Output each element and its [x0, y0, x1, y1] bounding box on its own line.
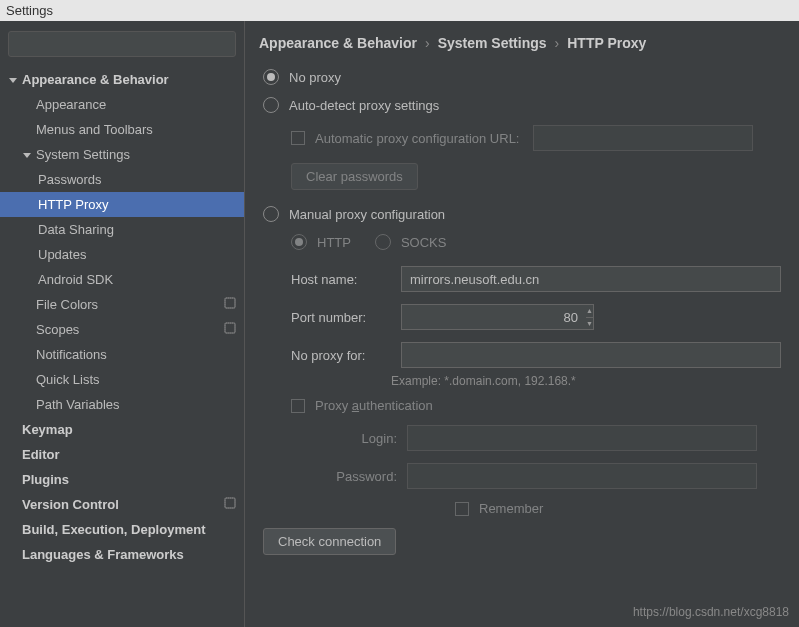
settings-main-panel: Appearance & Behavior › System Settings … — [245, 21, 799, 627]
host-name-label: Host name: — [291, 272, 401, 287]
remember-checkbox[interactable] — [455, 502, 469, 516]
sidebar-item-plugins[interactable]: Plugins — [0, 467, 244, 492]
sidebar-item-system-settings[interactable]: System Settings — [0, 142, 244, 167]
search-input[interactable] — [8, 31, 236, 57]
sidebar-item-label: Build, Execution, Deployment — [22, 522, 236, 537]
socks-label: SOCKS — [401, 235, 447, 250]
svg-rect-4 — [225, 498, 235, 508]
breadcrumb-system-settings[interactable]: System Settings — [438, 35, 547, 51]
window-titlebar: Settings — [0, 0, 799, 21]
no-proxy-for-input[interactable] — [401, 342, 781, 368]
sidebar-item-label: File Colors — [36, 297, 218, 312]
socks-radio[interactable] — [375, 234, 391, 250]
settings-tree: Appearance & BehaviorAppearanceMenus and… — [0, 67, 244, 567]
sidebar-item-label: Data Sharing — [38, 222, 236, 237]
no-proxy-radio[interactable] — [263, 69, 279, 85]
host-name-input[interactable] — [401, 266, 781, 292]
breadcrumb-http-proxy: HTTP Proxy — [567, 35, 646, 51]
sidebar-item-label: System Settings — [36, 147, 236, 162]
chevron-right-icon: › — [425, 35, 430, 51]
caret-down-icon[interactable] — [8, 75, 18, 85]
watermark: https://blog.csdn.net/xcg8818 — [633, 605, 789, 619]
sidebar-item-label: Appearance — [36, 97, 236, 112]
sidebar-item-label: Path Variables — [36, 397, 236, 412]
sidebar-item-keymap[interactable]: Keymap — [0, 417, 244, 442]
svg-rect-3 — [225, 323, 235, 333]
sidebar-item-label: Updates — [38, 247, 236, 262]
port-number-label: Port number: — [291, 310, 401, 325]
svg-rect-0 — [225, 298, 235, 308]
sidebar-item-label: Editor — [22, 447, 236, 462]
no-proxy-for-label: No proxy for: — [291, 348, 401, 363]
sidebar-item-notifications[interactable]: Notifications — [0, 342, 244, 367]
http-radio[interactable] — [291, 234, 307, 250]
sidebar-item-appearance[interactable]: Appearance — [0, 92, 244, 117]
svg-rect-5 — [225, 498, 235, 508]
sidebar-item-label: Quick Lists — [36, 372, 236, 387]
http-label: HTTP — [317, 235, 351, 250]
window-title: Settings — [6, 3, 53, 18]
sidebar-item-passwords[interactable]: Passwords — [0, 167, 244, 192]
auto-url-input[interactable] — [533, 125, 753, 151]
check-connection-button[interactable]: Check connection — [263, 528, 396, 555]
project-scope-icon — [218, 497, 236, 512]
sidebar-item-data-sharing[interactable]: Data Sharing — [0, 217, 244, 242]
sidebar-item-http-proxy[interactable]: HTTP Proxy — [0, 192, 244, 217]
sidebar-item-label: Plugins — [22, 472, 236, 487]
chevron-right-icon: › — [555, 35, 560, 51]
no-proxy-label: No proxy — [289, 70, 341, 85]
sidebar-item-build-execution-deployment[interactable]: Build, Execution, Deployment — [0, 517, 244, 542]
sidebar-item-label: Version Control — [22, 497, 218, 512]
sidebar-item-label: Scopes — [36, 322, 218, 337]
remember-label: Remember — [479, 501, 543, 516]
sidebar-item-appearance-behavior[interactable]: Appearance & Behavior — [0, 67, 244, 92]
svg-rect-1 — [225, 298, 235, 308]
sidebar-item-label: Passwords — [38, 172, 236, 187]
sidebar-item-path-variables[interactable]: Path Variables — [0, 392, 244, 417]
svg-rect-2 — [225, 323, 235, 333]
caret-down-icon[interactable] — [22, 150, 32, 160]
manual-proxy-radio[interactable] — [263, 206, 279, 222]
auto-detect-label: Auto-detect proxy settings — [289, 98, 439, 113]
sidebar-item-quick-lists[interactable]: Quick Lists — [0, 367, 244, 392]
no-proxy-example: Example: *.domain.com, 192.168.* — [391, 374, 799, 388]
auto-url-checkbox[interactable] — [291, 131, 305, 145]
sidebar-item-scopes[interactable]: Scopes — [0, 317, 244, 342]
manual-proxy-label: Manual proxy configuration — [289, 207, 445, 222]
sidebar-item-menus-and-toolbars[interactable]: Menus and Toolbars — [0, 117, 244, 142]
sidebar-item-file-colors[interactable]: File Colors — [0, 292, 244, 317]
sidebar-item-languages-frameworks[interactable]: Languages & Frameworks — [0, 542, 244, 567]
sidebar-item-label: Keymap — [22, 422, 236, 437]
login-label: Login: — [311, 431, 397, 446]
spinner-up-icon[interactable]: ▲ — [586, 305, 593, 318]
breadcrumb-appearance[interactable]: Appearance & Behavior — [259, 35, 417, 51]
password-input[interactable] — [407, 463, 757, 489]
port-spinner[interactable]: ▲ ▼ — [586, 304, 594, 330]
sidebar-item-label: HTTP Proxy — [38, 197, 236, 212]
settings-sidebar: Appearance & BehaviorAppearanceMenus and… — [0, 21, 245, 627]
sidebar-item-label: Languages & Frameworks — [22, 547, 236, 562]
login-input[interactable] — [407, 425, 757, 451]
spinner-down-icon[interactable]: ▼ — [586, 318, 593, 330]
sidebar-item-updates[interactable]: Updates — [0, 242, 244, 267]
proxy-auth-label: Proxy authentication — [315, 398, 433, 413]
sidebar-item-label: Menus and Toolbars — [36, 122, 236, 137]
sidebar-item-label: Notifications — [36, 347, 236, 362]
project-scope-icon — [218, 322, 236, 337]
proxy-auth-checkbox[interactable] — [291, 399, 305, 413]
port-number-input[interactable] — [401, 304, 586, 330]
sidebar-item-android-sdk[interactable]: Android SDK — [0, 267, 244, 292]
breadcrumb: Appearance & Behavior › System Settings … — [259, 35, 799, 51]
project-scope-icon — [218, 297, 236, 312]
auto-url-label: Automatic proxy configuration URL: — [315, 131, 519, 146]
sidebar-item-editor[interactable]: Editor — [0, 442, 244, 467]
clear-passwords-button[interactable]: Clear passwords — [291, 163, 418, 190]
auto-detect-radio[interactable] — [263, 97, 279, 113]
sidebar-item-label: Appearance & Behavior — [22, 72, 236, 87]
sidebar-item-label: Android SDK — [38, 272, 236, 287]
sidebar-item-version-control[interactable]: Version Control — [0, 492, 244, 517]
password-label: Password: — [311, 469, 397, 484]
